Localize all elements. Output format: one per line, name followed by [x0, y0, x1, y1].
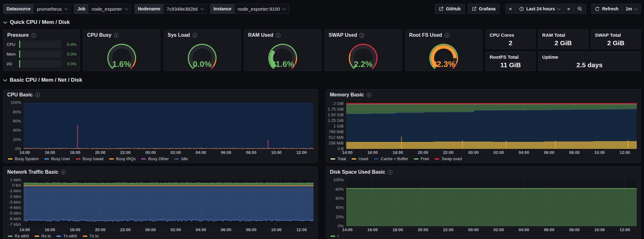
legend-item-cache-buffer[interactable]: Cache + Buffer — [374, 156, 408, 161]
svg-text:04:00: 04:00 — [196, 227, 206, 232]
panel-title: Pressure — [7, 32, 29, 38]
info-icon[interactable]: i — [276, 33, 280, 38]
legend-color-chip — [35, 236, 39, 237]
svg-text:18:00: 18:00 — [70, 227, 80, 232]
section-basic-cpu-mem-net-disk[interactable]: Basic CPU / Mem / Net / Disk — [3, 76, 641, 84]
legend-item-busy-irqs[interactable]: Busy IRQs — [109, 156, 136, 161]
legend-label: Cache + Buffer — [381, 156, 408, 161]
disk-space-panel: Disk Space Used Basic i 100%80%60%40%20%… — [326, 166, 641, 239]
disk-space-chart[interactable]: 100%80%60%40%20%0%14:0016:0018:0020:0022… — [328, 176, 639, 234]
stat-value: 2 GiB — [538, 38, 588, 49]
legend-item-free[interactable]: Free — [414, 156, 429, 161]
variable-instance: Instancenode_exporter:9100 — [210, 4, 289, 14]
chevron-down-icon — [3, 20, 7, 24]
cpu-basic-chart[interactable]: 100%80%60%40%20%0%14:0016:0018:0020:0022… — [5, 99, 315, 156]
info-icon[interactable]: i — [61, 170, 66, 175]
svg-text:08:00: 08:00 — [246, 227, 256, 232]
charts-row-1: CPU Basic i 100%80%60%40%20%0%14:0016:00… — [3, 89, 641, 163]
grafana-link-button[interactable]: Grafana — [468, 4, 500, 14]
memory-basic-chart[interactable]: 2 GiB1.75 GiB1.50 GiB1.25 GiB1 GiB768 Mi… — [328, 99, 639, 156]
variable-datasource: Datasourceprometheus — [3, 4, 71, 14]
svg-text:1.50 GiB: 1.50 GiB — [328, 112, 344, 117]
legend-label: Rx eth0 — [15, 234, 29, 238]
panel-title: CPU Basic — [7, 92, 33, 98]
info-icon[interactable]: i — [445, 33, 449, 38]
info-icon[interactable]: i — [35, 93, 40, 97]
legend-item-tx-lo[interactable]: Tx lo — [83, 234, 98, 238]
legend-item-rx-eth0[interactable]: Rx eth0 — [8, 234, 29, 238]
legend-item-swap-used[interactable]: Swap used — [435, 156, 462, 161]
stat-panel-cpu-cores: CPU Cores2 — [486, 30, 536, 49]
panel-title: Disk Space Used Basic — [330, 169, 385, 175]
info-icon[interactable]: i — [31, 33, 36, 38]
time-range-picker[interactable]: Last 24 hours — [515, 4, 564, 14]
svg-text:08:00: 08:00 — [246, 150, 256, 155]
variable-value-dropdown[interactable]: 7c9348e382b6 — [164, 4, 207, 14]
svg-text:2 GiB: 2 GiB — [333, 101, 344, 106]
legend-label: Busy User — [51, 156, 70, 161]
chevron-down-icon — [64, 7, 68, 10]
pressure-bar — [19, 41, 61, 48]
svg-text:1 kb/s: 1 kb/s — [10, 177, 21, 182]
svg-text:1.25 GiB: 1.25 GiB — [328, 118, 344, 123]
legend-color-chip — [141, 158, 146, 160]
legend-label: Rx lo — [42, 234, 51, 238]
panel-title: Sys Load — [168, 32, 190, 38]
network-traffic-chart[interactable]: 1 kb/s0 b/s-1 kb/s-2 kb/s-3 kb/s-4 kb/s-… — [5, 176, 315, 234]
refresh-button[interactable]: Refresh — [591, 4, 622, 14]
svg-text:14:00: 14:00 — [342, 150, 353, 155]
legend-item-busy-user[interactable]: Busy User — [44, 156, 70, 161]
network-traffic-legend: Rx eth0Rx loTx eth0Tx lo — [3, 234, 317, 239]
stat-title: SWAP Total — [595, 32, 621, 38]
legend-item-used[interactable]: Used — [352, 156, 368, 161]
panel-title: SWAP Used — [329, 32, 357, 38]
svg-text:22:00: 22:00 — [120, 227, 130, 232]
svg-text:1.6%: 1.6% — [112, 59, 131, 69]
info-icon[interactable]: i — [114, 33, 119, 38]
legend-item-tx-eth0[interactable]: Tx eth0 — [56, 234, 77, 238]
variable-value: 7c9348e382b6 — [167, 6, 198, 12]
section-title: Quick CPU / Mem / Disk — [10, 19, 70, 25]
info-icon[interactable]: i — [367, 93, 371, 97]
time-shift-back-button[interactable]: « — [506, 4, 515, 14]
dashboard: DatasourceprometheusJobnode_exporterNode… — [0, 0, 644, 239]
info-icon[interactable]: i — [192, 33, 197, 38]
svg-text:512 MiB: 512 MiB — [329, 135, 344, 140]
legend-item--[interactable]: / — [330, 234, 339, 238]
zoom-out-icon — [577, 6, 582, 11]
svg-text:10:00: 10:00 — [271, 150, 281, 155]
legend-item-rx-lo[interactable]: Rx lo — [35, 234, 51, 238]
variable-job: Jobnode_exporter — [74, 4, 131, 14]
pressure-row-label: CPU — [7, 42, 17, 47]
time-zoom-out-button[interactable] — [574, 4, 586, 14]
info-icon[interactable]: i — [388, 170, 392, 175]
time-shift-forward-button[interactable]: » — [564, 4, 574, 14]
gauge: 1.6% — [95, 39, 148, 70]
legend-label: Idle — [181, 156, 188, 161]
legend-item-busy-iowait[interactable]: Busy Iowait — [76, 156, 103, 161]
svg-text:02:00: 02:00 — [170, 227, 181, 232]
svg-text:20:00: 20:00 — [418, 227, 428, 232]
cpu-basic-legend: Busy SystemBusy UserBusy IowaitBusy IRQs… — [3, 156, 317, 163]
svg-text:-3 kb/s: -3 kb/s — [9, 200, 21, 204]
variable-value-dropdown[interactable]: node_exporter:9100 — [235, 4, 289, 14]
pressure-row-value: 0.4% — [64, 42, 76, 47]
quick-row: Pressure i CPU0.4%Mem0.0%I/O0.0% CPU Bus… — [3, 30, 641, 71]
legend-item-idle[interactable]: Idle — [174, 156, 188, 161]
svg-text:100%: 100% — [333, 177, 344, 182]
refresh-interval-dropdown[interactable]: 1m — [622, 4, 641, 14]
network-traffic-panel: Network Traffic Basic i 1 kb/s0 b/s-1 kb… — [3, 166, 318, 239]
svg-text:100%: 100% — [11, 100, 21, 105]
info-icon[interactable]: i — [359, 33, 364, 38]
variable-value-dropdown[interactable]: node_exporter — [88, 4, 131, 14]
section-quick-cpu-mem-disk[interactable]: Quick CPU / Mem / Disk — [3, 18, 641, 26]
section-title: Basic CPU / Mem / Net / Disk — [10, 77, 82, 83]
variable-label: Nodename — [135, 4, 164, 14]
github-link-button[interactable]: GitHub — [435, 4, 465, 14]
legend-label: Busy System — [15, 156, 39, 161]
legend-item-total[interactable]: Total — [330, 156, 346, 161]
variable-value-dropdown[interactable]: prometheus — [34, 4, 70, 14]
legend-item-busy-other[interactable]: Busy Other — [141, 156, 169, 161]
legend-item-busy-system[interactable]: Busy System — [8, 156, 39, 161]
chevron-down-icon — [200, 7, 204, 10]
